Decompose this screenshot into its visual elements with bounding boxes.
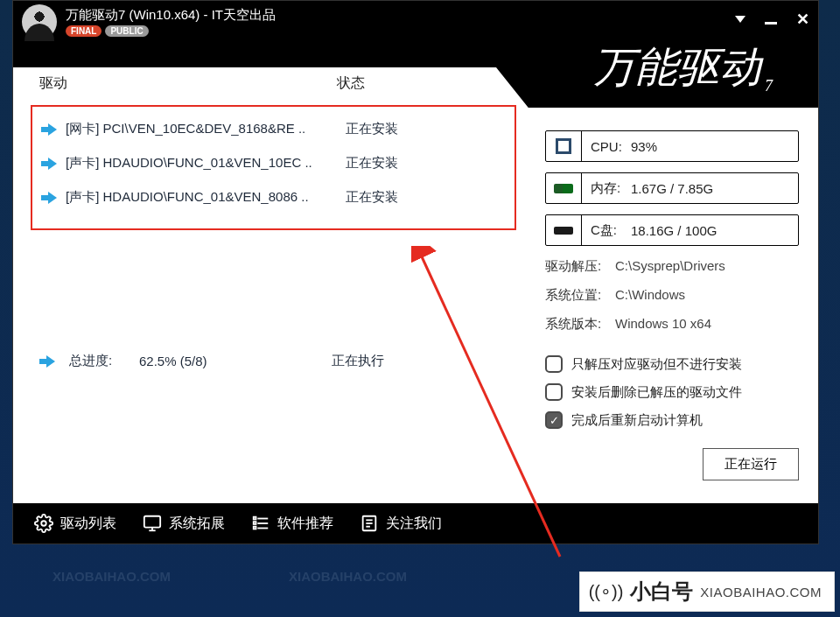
metric-value: 1.67G / 7.85G (626, 181, 713, 196)
driver-row[interactable]: [声卡] HDAUDIO\FUNC_01&VEN_10EC .. 正在安装 (32, 146, 514, 180)
progress-value: 62.5% (5/8) (139, 354, 332, 368)
gear-icon (34, 514, 53, 533)
svg-point-0 (41, 521, 46, 526)
close-icon: ✕ (796, 11, 809, 28)
nav-software[interactable]: 软件推荐 (241, 514, 344, 533)
metric-disk: C盘: 18.16G / 100G (545, 214, 799, 246)
close-button[interactable]: ✕ (796, 10, 809, 29)
metric-label: C盘: (582, 222, 626, 239)
badge-final: FINAL (66, 25, 102, 37)
arrow-right-icon (41, 123, 57, 136)
nav-follow-us[interactable]: 关注我们 (349, 514, 452, 533)
checkbox-icon[interactable] (545, 355, 563, 373)
watermark-url: XIAOBAIHAO.COM (700, 585, 822, 599)
svg-rect-8 (254, 522, 256, 524)
monitor-icon (143, 514, 162, 533)
option-extract-only[interactable]: 只解压对应驱动但不进行安装 (545, 355, 799, 373)
driver-list-header: 驱动 状态 (31, 71, 516, 96)
avatar[interactable] (22, 4, 57, 39)
driver-status: 正在安装 (346, 121, 398, 137)
info-extract-path: 驱动解压: C:\Sysprep\Drivers (545, 258, 799, 275)
arrow-right-icon (41, 192, 57, 204)
minimize-icon (765, 22, 777, 25)
ram-icon (554, 184, 573, 193)
progress-label: 总进度: (69, 353, 139, 369)
progress-status: 正在执行 (332, 353, 384, 369)
run-button[interactable]: 正在运行 (703, 448, 799, 480)
info-system-path: 系统位置: C:\Windows (545, 287, 799, 304)
minimize-button[interactable] (765, 15, 777, 25)
svg-rect-1 (144, 516, 160, 528)
nav-system-ext[interactable]: 系统拓展 (132, 514, 235, 533)
disk-icon (554, 227, 573, 235)
window-title: 万能驱动7 (Win10.x64) - IT天空出品 (66, 7, 276, 24)
metric-label: CPU: (582, 139, 626, 154)
broadcast-icon: ((∘)) (589, 581, 624, 602)
option-delete-after-install[interactable]: 安装后删除已解压的驱动文件 (545, 383, 799, 401)
annotation-highlight-box: [网卡] PCI\VEN_10EC&DEV_8168&RE .. 正在安装 [声… (31, 105, 516, 230)
metric-label: 内存: (582, 180, 626, 197)
driver-status: 正在安装 (346, 155, 398, 172)
arrow-right-icon (41, 158, 57, 170)
document-icon (360, 514, 379, 533)
column-status: 状态 (337, 74, 365, 93)
info-system-version: 系统版本: Windows 10 x64 (545, 316, 799, 333)
driver-name: [声卡] HDAUDIO\FUNC_01&VEN_8086 .. (66, 189, 346, 206)
bottom-nav: 驱动列表 系统拓展 软件推荐 关注我们 (13, 503, 818, 543)
watermark-brand: 小白号 (630, 578, 693, 606)
option-restart-after[interactable]: 完成后重新启动计算机 (545, 411, 799, 429)
metric-value: 18.16G / 100G (626, 223, 717, 238)
metric-ram: 内存: 1.67G / 7.85G (545, 172, 799, 204)
chevron-down-icon (735, 16, 746, 23)
menu-dropdown-button[interactable] (735, 16, 746, 23)
driver-name: [网卡] PCI\VEN_10EC&DEV_8168&RE .. (66, 121, 346, 137)
metric-cpu: CPU: 93% (545, 130, 799, 162)
watermark: ((∘)) 小白号 XIAOBAIHAO.COM (579, 571, 835, 612)
svg-rect-9 (254, 527, 256, 529)
driver-status: 正在安装 (346, 189, 398, 206)
title-bar: 万能驱动7 (Win10.x64) - IT天空出品 FINAL PUBLIC … (13, 1, 818, 43)
app-window: 万能驱动7 (Win10.x64) - IT天空出品 FINAL PUBLIC … (12, 0, 819, 544)
progress-row: 总进度: 62.5% (5/8) 正在执行 (31, 344, 516, 378)
arrow-right-icon (39, 355, 55, 368)
nav-driver-list[interactable]: 驱动列表 (24, 514, 127, 533)
list-icon (251, 514, 270, 533)
driver-row[interactable]: [网卡] PCI\VEN_10EC&DEV_8168&RE .. 正在安装 (32, 112, 514, 146)
cpu-icon (556, 138, 571, 154)
checkbox-checked-icon[interactable] (545, 411, 563, 429)
metric-value: 93% (626, 139, 657, 154)
driver-row[interactable]: [声卡] HDAUDIO\FUNC_01&VEN_8086 .. 正在安装 (32, 180, 514, 214)
badge-public: PUBLIC (105, 25, 148, 37)
checkbox-icon[interactable] (545, 383, 563, 401)
column-driver: 驱动 (39, 74, 337, 93)
driver-name: [声卡] HDAUDIO\FUNC_01&VEN_10EC .. (66, 155, 346, 172)
svg-rect-7 (254, 517, 256, 520)
